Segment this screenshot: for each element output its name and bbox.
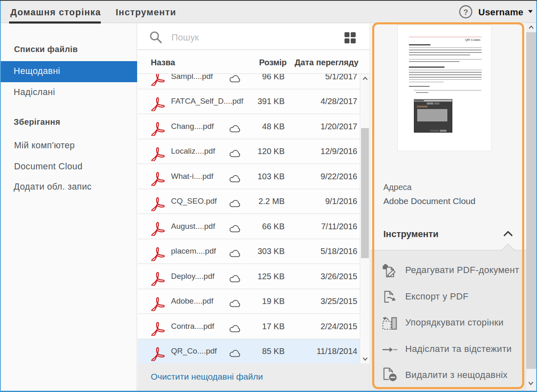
svg-text:?: ? <box>463 8 468 17</box>
